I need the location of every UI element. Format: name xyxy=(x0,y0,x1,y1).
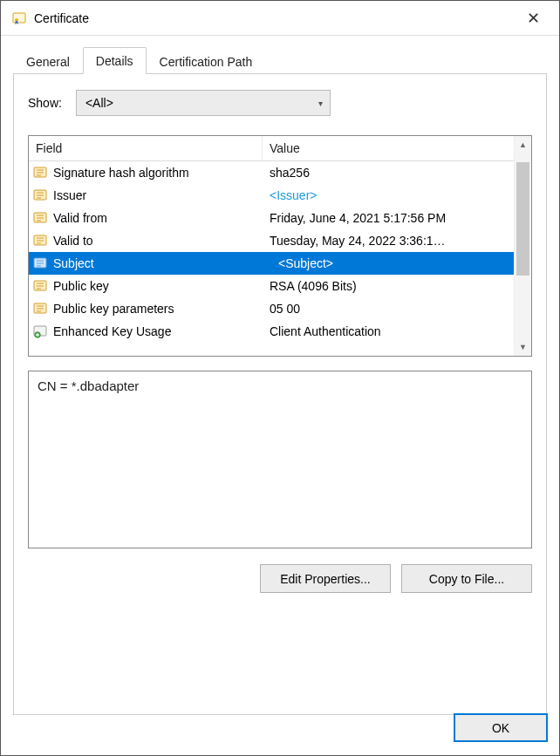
cell-value: Client Authentication xyxy=(263,324,514,338)
table-row[interactable]: Issuer<Issuer> xyxy=(29,184,531,207)
value-text: Friday, June 4, 2021 5:17:56 PM xyxy=(270,211,446,225)
field-text: Valid to xyxy=(53,234,93,248)
tabstrip: General Details Certification Path xyxy=(13,46,547,74)
cell-field: Valid from xyxy=(29,210,263,226)
prop-icon xyxy=(32,255,50,271)
detail-value-text: CN = *.dbadapter xyxy=(38,378,139,393)
dialog-footer: OK xyxy=(454,713,548,742)
field-value-table: Field Value Signature hash algorithmsha2… xyxy=(28,135,532,357)
ext-icon xyxy=(32,324,50,339)
cell-field: Public key xyxy=(29,278,263,294)
show-row: Show: <All> ▾ xyxy=(28,90,532,116)
field-text: Public key parameters xyxy=(53,302,174,316)
prop-icon xyxy=(32,210,50,226)
value-text: RSA (4096 Bits) xyxy=(270,279,357,293)
scroll-up-button[interactable]: ▲ xyxy=(515,136,531,153)
scroll-track[interactable] xyxy=(515,153,531,338)
content-area: General Details Certification Path Show:… xyxy=(1,36,559,727)
edit-properties-button[interactable]: Edit Properties... xyxy=(260,564,391,593)
show-dropdown[interactable]: <All> ▾ xyxy=(76,90,331,116)
cell-field: Signature hash algorithm xyxy=(29,165,263,180)
field-text: Issuer xyxy=(53,188,86,202)
value-text: 05 00 xyxy=(270,302,300,316)
details-panel: Show: <All> ▾ Field Value Signature hash… xyxy=(13,74,547,715)
scroll-thumb[interactable] xyxy=(516,162,529,276)
cell-field: Valid to xyxy=(29,233,263,249)
ok-button[interactable]: OK xyxy=(454,713,548,742)
table-header: Field Value xyxy=(29,136,531,161)
value-text: <Issuer> xyxy=(270,188,317,202)
cell-field: Issuer xyxy=(29,187,263,203)
window-title: Certificate xyxy=(34,11,518,25)
svg-rect-0 xyxy=(13,13,25,23)
cell-field: Subject xyxy=(29,255,263,271)
titlebar: Certificate ✕ xyxy=(1,1,559,36)
tab-general[interactable]: General xyxy=(13,48,83,74)
cell-value: sha256 xyxy=(263,166,514,180)
show-selected-value: <All> xyxy=(85,96,113,110)
value-text: sha256 xyxy=(270,166,310,180)
field-text: Signature hash algorithm xyxy=(53,166,189,180)
prop-icon xyxy=(32,187,50,203)
table-row[interactable]: Valid fromFriday, June 4, 2021 5:17:56 P… xyxy=(29,207,531,229)
table-row[interactable]: Public keyRSA (4096 Bits) xyxy=(29,275,531,297)
prop-icon xyxy=(32,165,50,180)
value-text: Tuesday, May 24, 2022 3:36:1… xyxy=(270,234,446,248)
field-text: Public key xyxy=(53,279,109,293)
prop-icon xyxy=(32,233,50,249)
value-text: Client Authentication xyxy=(270,324,381,338)
show-label: Show: xyxy=(28,96,62,110)
cell-value: 05 00 xyxy=(263,302,514,316)
detail-value-box[interactable]: CN = *.dbadapter xyxy=(28,371,532,548)
cell-value: <Subject> xyxy=(263,256,514,270)
cell-field: Public key parameters xyxy=(29,301,263,317)
copy-to-file-button[interactable]: Copy to File... xyxy=(401,564,532,593)
prop-icon xyxy=(32,301,50,317)
vertical-scrollbar[interactable]: ▲ ▼ xyxy=(514,136,531,356)
tab-details[interactable]: Details xyxy=(83,47,147,74)
scroll-down-button[interactable]: ▼ xyxy=(515,338,531,356)
chevron-down-icon: ▾ xyxy=(318,99,323,108)
close-button[interactable]: ✕ xyxy=(518,5,549,31)
prop-icon xyxy=(32,278,50,294)
field-text: Subject xyxy=(53,256,94,270)
table-row[interactable]: Valid toTuesday, May 24, 2022 3:36:1… xyxy=(29,229,531,252)
field-text: Valid from xyxy=(53,211,107,225)
cell-value: <Issuer> xyxy=(263,188,514,202)
table-row[interactable]: Public key parameters05 00 xyxy=(29,297,531,320)
cell-value: Friday, June 4, 2021 5:17:56 PM xyxy=(263,211,514,225)
action-button-row: Edit Properties... Copy to File... xyxy=(28,564,532,593)
cell-value: RSA (4096 Bits) xyxy=(263,279,514,293)
field-text: Enhanced Key Usage xyxy=(53,324,171,338)
table-row[interactable]: Subject<Subject> xyxy=(29,252,531,275)
table-body: Signature hash algorithmsha256Issuer<Iss… xyxy=(29,161,531,356)
column-header-value[interactable]: Value xyxy=(263,136,531,160)
certificate-icon xyxy=(11,10,27,26)
table-row[interactable]: Enhanced Key UsageClient Authentication xyxy=(29,320,531,343)
table-row[interactable]: Signature hash algorithmsha256 xyxy=(29,161,531,184)
column-header-field[interactable]: Field xyxy=(29,136,263,160)
tab-certification-path[interactable]: Certification Path xyxy=(147,48,266,74)
cell-field: Enhanced Key Usage xyxy=(29,324,263,339)
cell-value: Tuesday, May 24, 2022 3:36:1… xyxy=(263,234,514,248)
value-text: <Subject> xyxy=(278,256,333,270)
